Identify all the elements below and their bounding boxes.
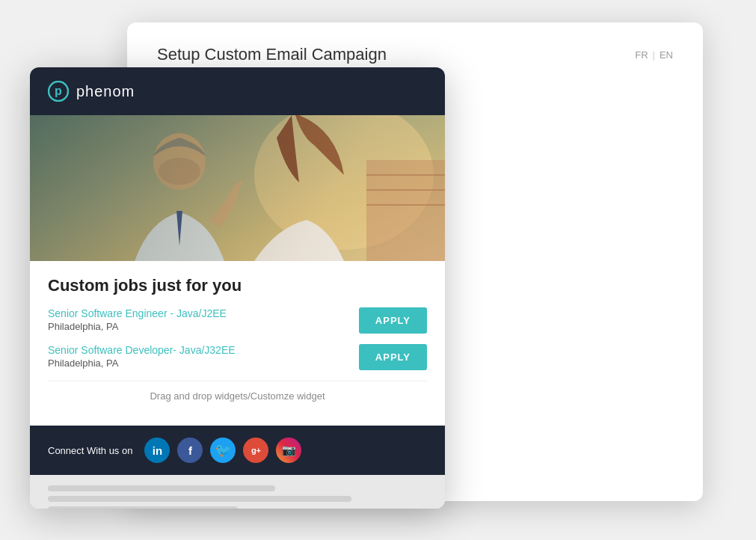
lang-divider: | — [653, 49, 655, 61]
twitter-icon[interactable]: 🐦 — [210, 438, 236, 463]
front-card: p phenom — [30, 67, 445, 509]
job-title-1[interactable]: Senior Software Engineer - Java/J2EE — [48, 307, 227, 319]
apply-button-2[interactable]: APPLY — [359, 344, 427, 370]
email-header: p phenom — [30, 67, 445, 115]
brand-name: phenom — [76, 83, 135, 100]
lang-fr[interactable]: FR — [635, 49, 648, 61]
back-card-header: Setup Custom Email Campaign FR | EN — [157, 45, 673, 64]
email-body-title: Custom jobs just for you — [48, 276, 427, 295]
linkedin-icon[interactable]: in — [144, 438, 170, 463]
social-icons: in f 🐦 g+ 📷 — [144, 438, 301, 463]
job-title-2[interactable]: Senior Software Developer- Java/J32EE — [48, 344, 236, 356]
hero-overlay — [30, 115, 445, 261]
footer-line-2 — [48, 496, 351, 502]
job-listing-2: Senior Software Developer- Java/J32EE Ph… — [48, 344, 427, 370]
footer-line-3 — [48, 506, 238, 509]
apply-button-1[interactable]: APPLY — [359, 307, 427, 334]
instagram-icon[interactable]: 📷 — [276, 438, 301, 463]
footer-line-1 — [48, 485, 275, 491]
email-body: Custom jobs just for you Senior Software… — [30, 261, 445, 426]
job-listing-1: Senior Software Engineer - Java/J2EE Phi… — [48, 307, 427, 334]
drag-hint: Drag and drop widgets/Customze widget — [48, 381, 427, 411]
facebook-icon[interactable]: f — [177, 438, 203, 463]
job-info-2: Senior Software Developer- Java/J32EE Ph… — [48, 344, 236, 369]
job-location-1: Philadelphia, PA — [48, 321, 227, 332]
svg-text:p: p — [55, 85, 62, 97]
phenom-logo: p — [48, 81, 69, 102]
google-icon[interactable]: g+ — [243, 438, 268, 463]
job-info-1: Senior Software Engineer - Java/J2EE Phi… — [48, 307, 227, 332]
email-footer — [30, 475, 445, 509]
lang-switcher[interactable]: FR | EN — [635, 49, 673, 61]
phenom-logo-icon: p — [48, 81, 69, 102]
email-hero — [30, 115, 445, 261]
social-text: Connect With us on — [48, 445, 132, 456]
page-title: Setup Custom Email Campaign — [157, 45, 387, 64]
job-location-2: Philadelphia, PA — [48, 358, 236, 369]
email-social-footer: Connect With us on in f 🐦 g+ 📷 — [30, 426, 445, 475]
lang-en[interactable]: EN — [660, 49, 673, 61]
